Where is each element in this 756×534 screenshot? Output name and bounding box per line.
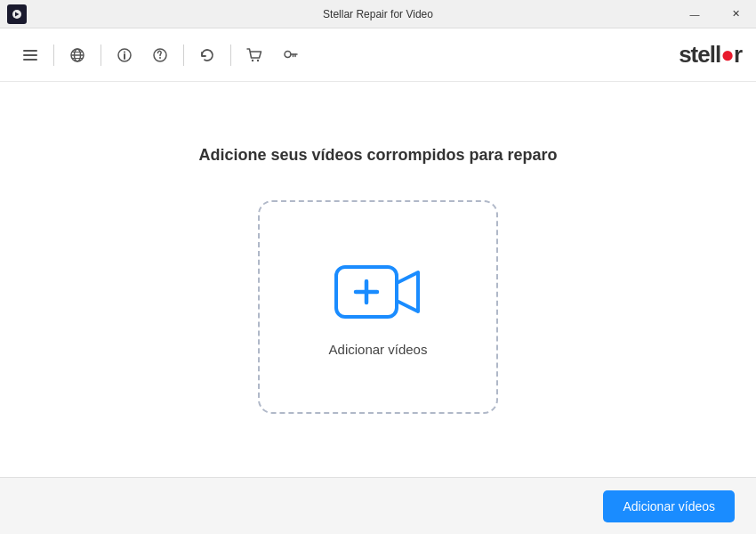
toolbar-left [14, 39, 306, 71]
app-logo-icon [7, 4, 27, 24]
bottom-bar: Adicionar vídeos [0, 477, 756, 534]
add-videos-button[interactable]: Adicionar vídeos [603, 490, 735, 522]
main-content: Adicione seus vídeos corrompidos para re… [0, 82, 756, 477]
cart-button[interactable] [238, 39, 270, 71]
menu-button[interactable] [14, 39, 46, 71]
help-button[interactable] [144, 39, 176, 71]
minimize-button[interactable]: — [674, 0, 715, 28]
svg-point-14 [252, 59, 253, 61]
menu-icon [21, 46, 39, 64]
separator-4 [230, 44, 231, 66]
title-bar: Stellar Repair for Video — ✕ [0, 0, 756, 28]
refresh-icon [198, 46, 216, 64]
main-heading: Adicione seus vídeos corrompidos para re… [198, 146, 557, 165]
stellar-brand: stell●r [679, 41, 742, 69]
svg-point-11 [124, 51, 125, 53]
svg-point-15 [257, 59, 259, 61]
close-button[interactable]: ✕ [715, 0, 756, 28]
key-button[interactable] [274, 39, 306, 71]
separator-1 [53, 44, 54, 66]
toolbar: stell●r [0, 28, 756, 82]
info-icon [116, 46, 133, 64]
help-icon [151, 46, 169, 64]
video-icon-wrapper [329, 256, 427, 328]
separator-3 [183, 44, 184, 66]
cart-icon [245, 46, 263, 64]
window-title: Stellar Repair for Video [323, 8, 433, 20]
drop-zone-label: Adicionar vídeos [329, 342, 428, 357]
svg-point-13 [159, 57, 161, 59]
info-button[interactable] [109, 39, 141, 71]
title-bar-controls: — ✕ [674, 0, 756, 28]
brand-red-dot: ● [720, 41, 734, 68]
globe-icon [68, 46, 86, 64]
add-video-icon [329, 256, 427, 328]
separator-2 [101, 44, 101, 66]
key-icon [281, 46, 299, 64]
title-bar-left [7, 4, 27, 24]
drop-zone[interactable]: Adicionar vídeos [258, 200, 498, 414]
refresh-button[interactable] [191, 39, 223, 71]
globe-button[interactable] [61, 39, 93, 71]
